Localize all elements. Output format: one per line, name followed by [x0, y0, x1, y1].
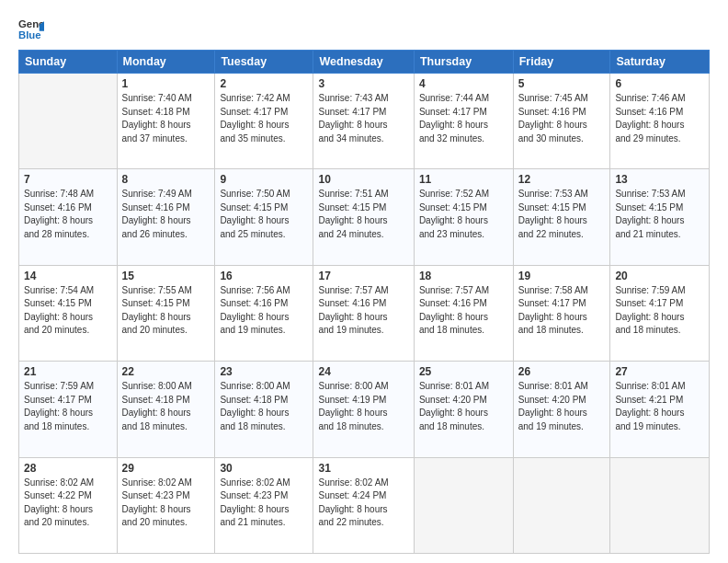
- day-info: Sunrise: 8:00 AMSunset: 4:18 PMDaylight:…: [122, 380, 210, 433]
- week-row-2: 7Sunrise: 7:48 AMSunset: 4:16 PMDaylight…: [19, 169, 710, 265]
- day-info: Sunrise: 7:53 AMSunset: 4:15 PMDaylight:…: [615, 188, 704, 241]
- day-info: Sunrise: 7:44 AMSunset: 4:17 PMDaylight:…: [419, 92, 508, 145]
- day-info: Sunrise: 7:54 AMSunset: 4:15 PMDaylight:…: [24, 284, 112, 338]
- day-info: Sunrise: 7:57 AMSunset: 4:16 PMDaylight:…: [419, 284, 508, 338]
- calendar-cell: 7Sunrise: 7:48 AMSunset: 4:16 PMDaylight…: [19, 169, 118, 265]
- day-number: 25: [419, 365, 508, 378]
- weekday-header-thursday: Thursday: [414, 51, 513, 74]
- weekday-header-monday: Monday: [117, 51, 215, 74]
- day-info: Sunrise: 7:46 AMSunset: 4:16 PMDaylight:…: [615, 92, 704, 145]
- calendar-cell: 16Sunrise: 7:56 AMSunset: 4:16 PMDayligh…: [215, 265, 313, 361]
- calendar-cell: 21Sunrise: 7:59 AMSunset: 4:17 PMDayligh…: [19, 362, 118, 457]
- svg-text:Blue: Blue: [18, 29, 41, 40]
- day-number: 7: [24, 173, 112, 186]
- calendar-cell: 24Sunrise: 8:00 AMSunset: 4:19 PMDayligh…: [313, 362, 414, 457]
- day-info: Sunrise: 7:42 AMSunset: 4:17 PMDaylight:…: [220, 92, 308, 145]
- calendar-cell: 6Sunrise: 7:46 AMSunset: 4:16 PMDaylight…: [610, 74, 710, 169]
- calendar-cell: 20Sunrise: 7:59 AMSunset: 4:17 PMDayligh…: [610, 265, 710, 361]
- day-number: 30: [220, 462, 308, 475]
- header: General Blue: [18, 17, 710, 42]
- calendar-cell: 19Sunrise: 7:58 AMSunset: 4:17 PMDayligh…: [513, 265, 610, 361]
- day-number: 9: [220, 173, 308, 186]
- weekday-header-sunday: Sunday: [19, 51, 118, 74]
- day-info: Sunrise: 8:01 AMSunset: 4:21 PMDaylight:…: [615, 380, 704, 433]
- calendar-cell: 8Sunrise: 7:49 AMSunset: 4:16 PMDaylight…: [117, 169, 215, 265]
- calendar-cell: 30Sunrise: 8:02 AMSunset: 4:23 PMDayligh…: [215, 457, 313, 553]
- day-number: 22: [122, 365, 210, 378]
- day-number: 14: [24, 270, 112, 282]
- calendar-cell: [19, 74, 118, 169]
- day-number: 31: [318, 462, 408, 475]
- day-info: Sunrise: 7:56 AMSunset: 4:16 PMDaylight:…: [220, 284, 308, 338]
- calendar-cell: 1Sunrise: 7:40 AMSunset: 4:18 PMDaylight…: [117, 74, 215, 169]
- day-info: Sunrise: 8:01 AMSunset: 4:20 PMDaylight:…: [518, 380, 606, 433]
- calendar-cell: 5Sunrise: 7:45 AMSunset: 4:16 PMDaylight…: [513, 74, 610, 169]
- day-number: 16: [220, 270, 308, 282]
- day-number: 15: [122, 270, 210, 282]
- calendar-cell: 18Sunrise: 7:57 AMSunset: 4:16 PMDayligh…: [414, 265, 513, 361]
- day-info: Sunrise: 7:49 AMSunset: 4:16 PMDaylight:…: [122, 188, 210, 241]
- calendar-cell: 27Sunrise: 8:01 AMSunset: 4:21 PMDayligh…: [610, 362, 710, 457]
- calendar-cell: 23Sunrise: 8:00 AMSunset: 4:18 PMDayligh…: [215, 362, 313, 457]
- day-number: 26: [518, 365, 606, 378]
- day-info: Sunrise: 7:59 AMSunset: 4:17 PMDaylight:…: [24, 380, 112, 433]
- week-row-1: 1Sunrise: 7:40 AMSunset: 4:18 PMDaylight…: [19, 74, 710, 169]
- day-number: 24: [318, 365, 408, 378]
- weekday-header-friday: Friday: [513, 51, 610, 74]
- day-info: Sunrise: 8:02 AMSunset: 4:23 PMDaylight:…: [220, 477, 308, 530]
- day-number: 28: [24, 462, 112, 475]
- day-info: Sunrise: 8:01 AMSunset: 4:20 PMDaylight:…: [419, 380, 508, 433]
- day-number: 8: [122, 173, 210, 186]
- logo-icon: General Blue: [18, 17, 44, 42]
- day-info: Sunrise: 7:51 AMSunset: 4:15 PMDaylight:…: [318, 188, 408, 241]
- day-info: Sunrise: 8:02 AMSunset: 4:22 PMDaylight:…: [24, 477, 112, 530]
- day-info: Sunrise: 7:52 AMSunset: 4:15 PMDaylight:…: [419, 188, 508, 241]
- calendar-cell: 28Sunrise: 8:02 AMSunset: 4:22 PMDayligh…: [19, 457, 118, 553]
- calendar-cell: 2Sunrise: 7:42 AMSunset: 4:17 PMDaylight…: [215, 74, 313, 169]
- day-number: 5: [518, 77, 606, 90]
- day-number: 20: [615, 270, 704, 282]
- weekday-header-saturday: Saturday: [610, 51, 710, 74]
- day-number: 13: [615, 173, 704, 186]
- day-number: 18: [419, 270, 508, 282]
- day-number: 23: [220, 365, 308, 378]
- weekday-header-tuesday: Tuesday: [215, 51, 313, 74]
- calendar-cell: 25Sunrise: 8:01 AMSunset: 4:20 PMDayligh…: [414, 362, 513, 457]
- calendar-cell: [513, 457, 610, 553]
- day-info: Sunrise: 7:59 AMSunset: 4:17 PMDaylight:…: [615, 284, 704, 338]
- calendar-cell: 4Sunrise: 7:44 AMSunset: 4:17 PMDaylight…: [414, 74, 513, 169]
- calendar-cell: 31Sunrise: 8:02 AMSunset: 4:24 PMDayligh…: [313, 457, 414, 553]
- day-number: 2: [220, 77, 308, 90]
- day-number: 19: [518, 270, 606, 282]
- calendar-table: SundayMondayTuesdayWednesdayThursdayFrid…: [18, 50, 710, 554]
- day-number: 10: [318, 173, 408, 186]
- weekday-header-wednesday: Wednesday: [313, 51, 414, 74]
- calendar-cell: 3Sunrise: 7:43 AMSunset: 4:17 PMDaylight…: [313, 74, 414, 169]
- week-row-4: 21Sunrise: 7:59 AMSunset: 4:17 PMDayligh…: [19, 362, 710, 457]
- calendar-cell: [414, 457, 513, 553]
- calendar-cell: 14Sunrise: 7:54 AMSunset: 4:15 PMDayligh…: [19, 265, 118, 361]
- day-info: Sunrise: 7:57 AMSunset: 4:16 PMDaylight:…: [318, 284, 408, 338]
- day-number: 4: [419, 77, 508, 90]
- day-number: 12: [518, 173, 606, 186]
- week-row-5: 28Sunrise: 8:02 AMSunset: 4:22 PMDayligh…: [19, 457, 710, 553]
- calendar-cell: 17Sunrise: 7:57 AMSunset: 4:16 PMDayligh…: [313, 265, 414, 361]
- calendar-cell: 11Sunrise: 7:52 AMSunset: 4:15 PMDayligh…: [414, 169, 513, 265]
- day-number: 6: [615, 77, 704, 90]
- calendar-cell: 22Sunrise: 8:00 AMSunset: 4:18 PMDayligh…: [117, 362, 215, 457]
- calendar-cell: 12Sunrise: 7:53 AMSunset: 4:15 PMDayligh…: [513, 169, 610, 265]
- day-info: Sunrise: 7:53 AMSunset: 4:15 PMDaylight:…: [518, 188, 606, 241]
- day-info: Sunrise: 7:40 AMSunset: 4:18 PMDaylight:…: [122, 92, 210, 145]
- day-number: 1: [122, 77, 210, 90]
- day-number: 17: [318, 270, 408, 282]
- page: General Blue SundayMondayTuesdayWednesda…: [0, 0, 728, 563]
- calendar-cell: 10Sunrise: 7:51 AMSunset: 4:15 PMDayligh…: [313, 169, 414, 265]
- calendar-cell: [610, 457, 710, 553]
- day-number: 11: [419, 173, 508, 186]
- day-info: Sunrise: 7:55 AMSunset: 4:15 PMDaylight:…: [122, 284, 210, 338]
- day-number: 21: [24, 365, 112, 378]
- day-info: Sunrise: 7:58 AMSunset: 4:17 PMDaylight:…: [518, 284, 606, 338]
- day-info: Sunrise: 8:00 AMSunset: 4:18 PMDaylight:…: [220, 380, 308, 433]
- day-number: 29: [122, 462, 210, 475]
- calendar-cell: 26Sunrise: 8:01 AMSunset: 4:20 PMDayligh…: [513, 362, 610, 457]
